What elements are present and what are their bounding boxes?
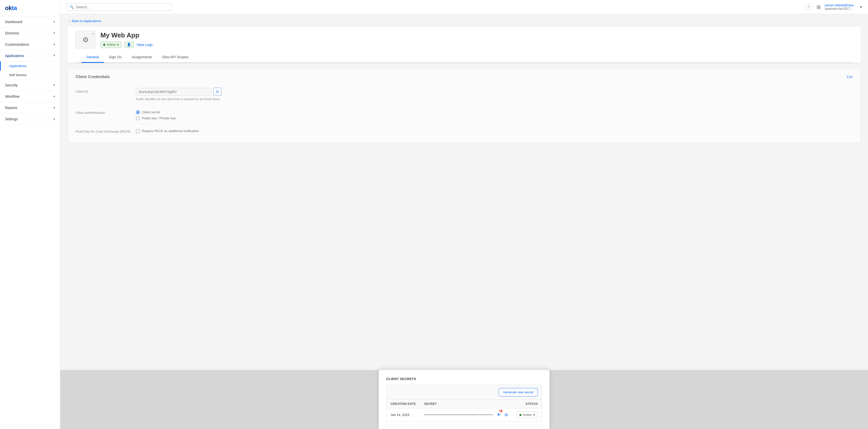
sidebar-item-dashboard-label: Dashboard — [5, 20, 22, 24]
radio-public-key-label: Public key / Private key — [142, 116, 176, 120]
edit-link[interactable]: Edit — [847, 75, 853, 79]
chevron-down-icon: ▾ — [54, 31, 55, 35]
sidebar-item-dashboard[interactable]: Dashboard ▾ — [0, 16, 60, 28]
generate-new-secret-button[interactable]: Generate new secret — [499, 388, 538, 396]
secret-actions: ➜ 👁 ⧉ — [496, 412, 508, 418]
app-actions: Active ▾ 👤 View Logs — [100, 41, 153, 48]
client-credentials-section: Client Credentials Edit Client ID ⧉ Publ… — [68, 68, 860, 143]
radio-client-secret-label: Client secret — [142, 110, 160, 114]
chevron-up-icon: ▴ — [54, 54, 55, 58]
back-to-applications-link[interactable]: ← Back to Applications — [68, 19, 861, 23]
tabs-bar: General Sign On Assignments Okta API Sco… — [75, 52, 853, 63]
pencil-icon[interactable]: ✏ — [92, 32, 94, 35]
okta-logo: okta — [0, 0, 60, 16]
client-credentials-card: Client Credentials Edit Client ID ⧉ Publ… — [68, 68, 861, 143]
secrets-table-container: Generate new secret Creation date Secret… — [386, 385, 542, 422]
annotation-arrow: ➜ — [498, 407, 503, 415]
active-status-label: Active — [107, 43, 116, 47]
chevron-down-icon: ▾ — [54, 43, 55, 46]
secret-value-cell: ••••••••••••••••••••••••••••••••••••••••… — [420, 408, 513, 422]
chevron-down-icon: ▾ — [54, 106, 55, 110]
user-tenant: spantree-trial-5517... — [825, 7, 856, 10]
chevron-down-icon: ▾ — [54, 20, 55, 24]
col-creation-date: Creation date — [386, 400, 420, 408]
radio-client-secret[interactable]: Client secret — [136, 110, 853, 114]
sidebar-item-directory-label: Directory — [5, 31, 19, 35]
tab-assignments[interactable]: Assignments — [127, 52, 157, 63]
status-active-button[interactable]: Active ▾ — [100, 41, 122, 48]
chevron-down-icon: ▾ — [54, 83, 55, 87]
client-id-input[interactable] — [136, 88, 211, 96]
pkce-checkbox[interactable]: Require PKCE as additional verification — [136, 128, 853, 133]
sidebar-item-workflow[interactable]: Workflow ▾ — [0, 91, 60, 102]
checkbox-indicator — [136, 129, 140, 133]
section-header: Client Credentials Edit — [75, 74, 853, 79]
client-id-input-group: ⧉ — [136, 88, 853, 96]
table-row: Jan 14, 2023 •••••••••••••••••••••••••••… — [386, 408, 542, 422]
client-id-row: Client ID ⧉ Public identifier for the cl… — [75, 84, 853, 105]
sidebar-item-directory[interactable]: Directory ▾ — [0, 28, 60, 39]
tab-general[interactable]: General — [82, 52, 104, 63]
search-icon: 🔍 — [69, 5, 74, 9]
copy-secret-button[interactable]: ⧉ — [504, 412, 508, 418]
view-logs-link[interactable]: View Logs — [136, 43, 152, 47]
sidebar-item-security[interactable]: Security ▾ — [0, 80, 60, 91]
sidebar-item-applications[interactable]: Applications ▴ — [0, 50, 60, 62]
app-top-row: ⚙ ✏ My Web App Active ▾ 👤 Vie — [75, 31, 853, 52]
pkce-checkbox-label: Require PKCE as additional verification — [142, 129, 199, 133]
search-input[interactable] — [76, 5, 168, 9]
secret-status-label: Active — [523, 413, 532, 417]
client-auth-value: Client secret Public key / Private key — [136, 109, 853, 120]
client-auth-row: Client authentication Client secret Publ… — [75, 105, 853, 124]
pkce-label: Proof Key for Code Exchange (PKCE) — [75, 128, 131, 133]
sidebar: okta Dashboard ▾ Directory ▾ Customizati… — [0, 0, 60, 429]
radio-selected-indicator — [136, 110, 140, 114]
secret-status-dropdown[interactable]: Active ▾ — [517, 411, 538, 418]
client-id-value: ⧉ Public identifier for the client that … — [136, 88, 853, 101]
sidebar-item-security-label: Security — [5, 83, 18, 87]
copy-client-id-button[interactable]: ⧉ — [213, 88, 221, 96]
sidebar-subitem-applications[interactable]: Applications — [0, 62, 60, 70]
main-content-area: 🔍 ? ⊞ yassin.eldeeb@spa... spantree-tria… — [60, 0, 868, 429]
radio-unselected-indicator — [136, 116, 140, 120]
tab-okta-api-scopes[interactable]: Okta API Scopes — [157, 52, 194, 63]
active-status-dot — [103, 44, 105, 46]
user-info: yassin.eldeeb@spa... spantree-trial-5517… — [825, 3, 856, 10]
sidebar-item-customizations-label: Customizations — [5, 42, 29, 47]
col-secret: Secret — [420, 400, 513, 408]
sidebar-item-reports[interactable]: Reports ▾ — [0, 102, 60, 114]
tab-sign-on[interactable]: Sign On — [104, 52, 127, 63]
client-secrets-title: CLIENT SECRETS — [386, 377, 542, 381]
section-title: Client Credentials — [75, 74, 110, 79]
sidebar-item-applications-label: Applications — [5, 54, 24, 58]
client-secrets-panel: CLIENT SECRETS Generate new secret Creat… — [379, 370, 550, 429]
app-name: My Web App — [100, 31, 153, 39]
grid-icon[interactable]: ⊞ — [816, 4, 821, 10]
secret-dots: ••••••••••••••••••••••••••••••••••••••••… — [424, 413, 493, 417]
radio-public-key[interactable]: Public key / Private key — [136, 116, 853, 120]
push-profile-button[interactable]: 👤 — [124, 41, 134, 48]
sidebar-item-customizations[interactable]: Customizations ▾ — [0, 39, 60, 50]
sidebar-item-settings[interactable]: Settings ▾ — [0, 114, 60, 125]
pkce-row: Proof Key for Code Exchange (PKCE) Requi… — [75, 124, 853, 137]
chevron-down-icon: ▾ — [54, 117, 55, 121]
secrets-table: Creation date Secret Status Jan 14, 2023 — [386, 400, 542, 421]
pkce-value: Require PKCE as additional verification — [136, 128, 853, 133]
user-menu-chevron[interactable]: ▾ — [860, 4, 862, 9]
app-icon-box: ⚙ ✏ — [75, 31, 95, 49]
secret-status-cell: Active ▾ — [513, 408, 542, 422]
help-icon[interactable]: ? — [805, 3, 812, 10]
okta-wordmark: okta — [5, 4, 55, 11]
status-chevron-icon: ▾ — [117, 43, 119, 47]
user-name: yassin.eldeeb@spa... — [825, 3, 856, 7]
topbar: 🔍 ? ⊞ yassin.eldeeb@spa... spantree-tria… — [60, 0, 868, 14]
client-id-label: Client ID — [75, 88, 131, 93]
col-status: Status — [513, 400, 542, 408]
modal-overlay: CLIENT SECRETS Generate new secret Creat… — [60, 370, 868, 429]
gear-icon: ⚙ — [82, 36, 89, 44]
client-id-helper: Public identifier for the client that is… — [136, 97, 231, 101]
search-box[interactable]: 🔍 — [66, 3, 172, 11]
sidebar-item-settings-label: Settings — [5, 117, 18, 121]
sidebar-item-workflow-label: Workflow — [5, 94, 19, 98]
sidebar-subitem-self-service[interactable]: Self Service — [0, 70, 60, 80]
